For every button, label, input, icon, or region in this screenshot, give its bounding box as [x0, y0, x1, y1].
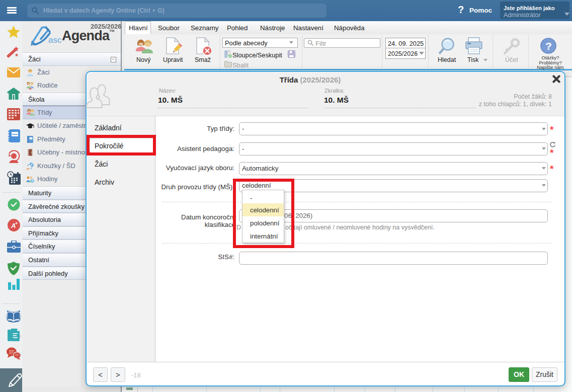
- svg-text:+: +: [15, 221, 18, 226]
- svg-text:?: ?: [545, 40, 552, 52]
